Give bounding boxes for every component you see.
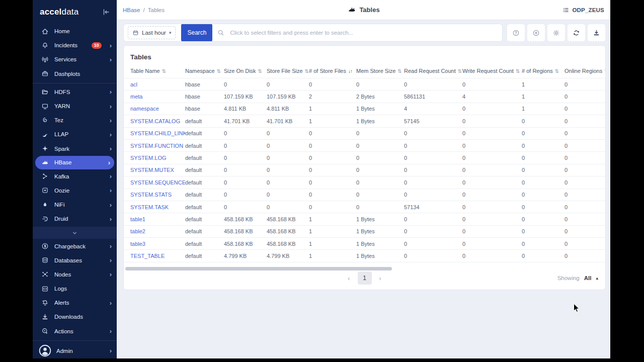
target-icon bbox=[41, 327, 49, 335]
cell: 0 bbox=[462, 115, 522, 127]
sidebar-item-druid[interactable]: Druid› bbox=[33, 212, 117, 226]
table-name-link[interactable]: table2 bbox=[130, 228, 145, 234]
sidebar-item-oozie[interactable]: Oozie› bbox=[33, 184, 117, 198]
monitor-icon bbox=[41, 103, 49, 110]
cell: 4.811 KB bbox=[267, 103, 309, 115]
column-header-of-store-files[interactable]: # of Store Files↓↑ bbox=[309, 65, 356, 78]
admin-avatar-icon bbox=[38, 344, 52, 357]
column-header-mem-store-size[interactable]: Mem Store Size⇅ bbox=[356, 65, 404, 78]
sidebar-collapse-icon[interactable] bbox=[102, 8, 110, 16]
sidebar-item-dashplots[interactable]: Dashplots bbox=[33, 67, 117, 81]
search-button[interactable]: Search bbox=[181, 24, 212, 42]
sidebar-item-incidents[interactable]: Incidents10› bbox=[33, 38, 117, 52]
cell-table-name: SYSTEM.STATS bbox=[124, 189, 185, 201]
sidebar-item-downloads[interactable]: Downloads bbox=[33, 310, 117, 324]
cell: 1 Bytes bbox=[356, 250, 404, 262]
table-name-link[interactable]: meta bbox=[130, 94, 142, 100]
sidebar-item-tez[interactable]: Tez› bbox=[33, 113, 117, 127]
sidebar-item-yarn[interactable]: YARN› bbox=[33, 99, 117, 113]
column-header-read-request-count[interactable]: Read Request Count⇅ bbox=[404, 65, 462, 78]
cell: 0 bbox=[356, 164, 404, 176]
table-name-link[interactable]: SYSTEM.TASK bbox=[130, 204, 169, 210]
sidebar-item-chargeback[interactable]: Chargeback› bbox=[33, 239, 117, 253]
sidebar-item-label: Chargeback bbox=[54, 243, 104, 249]
cell: 0 bbox=[522, 238, 565, 250]
help-button[interactable] bbox=[507, 24, 525, 42]
sort-icon: ⇅ bbox=[555, 68, 559, 74]
sidebar-item-actions[interactable]: Actions› bbox=[33, 324, 117, 338]
table-name-link[interactable]: acl bbox=[130, 81, 137, 87]
table-name-link[interactable]: SYSTEM.CHILD_LINK bbox=[130, 130, 185, 136]
cell: 0 bbox=[309, 176, 356, 189]
sidebar-item-alerts[interactable]: Alerts› bbox=[33, 296, 117, 310]
column-header-online-regions[interactable]: Online Regions⇅ bbox=[565, 65, 605, 78]
sidebar-item-databases[interactable]: Databases› bbox=[33, 253, 117, 267]
cell: 0 bbox=[267, 152, 309, 164]
column-header-table-name[interactable]: Table Name⇅ bbox=[124, 65, 185, 78]
sort-icon: ⇅ bbox=[604, 68, 605, 74]
cell: 0 bbox=[462, 78, 522, 90]
breadcrumb-hbase-link[interactable]: HBase bbox=[123, 7, 140, 13]
cell: 0 bbox=[522, 176, 565, 189]
main-area: HBase / Tables Tables ODP_ZEUS Last hour… bbox=[117, 0, 610, 358]
cell: 0 bbox=[462, 103, 522, 115]
table-name-link[interactable]: table1 bbox=[130, 216, 145, 222]
cell: 0 bbox=[522, 201, 565, 213]
sidebar-expander[interactable] bbox=[33, 227, 117, 239]
sidebar-item-hbase[interactable]: HBase› bbox=[35, 156, 114, 169]
table-name-link[interactable]: SYSTEM.SEQUENCE bbox=[130, 179, 185, 186]
sidebar-item-nodes[interactable]: Nodes› bbox=[33, 267, 117, 282]
filter-search-input[interactable] bbox=[229, 29, 497, 36]
column-header-of-regions[interactable]: # of Regions⇅ bbox=[522, 65, 565, 78]
sidebar-item-nifi[interactable]: NiFi› bbox=[33, 198, 117, 212]
column-header-size-on-disk[interactable]: Size On Disk⇅ bbox=[224, 65, 267, 78]
table-name-link[interactable]: namespace bbox=[130, 106, 159, 112]
add-button[interactable] bbox=[527, 24, 545, 42]
cell: 0 bbox=[404, 250, 462, 262]
cluster-selector[interactable]: ODP_ZEUS bbox=[562, 7, 604, 14]
prev-page-button[interactable]: ‹ bbox=[344, 275, 355, 282]
sidebar-item-hdfs[interactable]: HDFS› bbox=[33, 85, 117, 99]
cell: 5861131 bbox=[404, 90, 462, 103]
sidebar-item-llap[interactable]: LLAP› bbox=[33, 127, 117, 141]
cell: 4.811 KB bbox=[224, 103, 267, 115]
sidebar-item-services[interactable]: Services› bbox=[33, 52, 117, 66]
table-name-link[interactable]: SYSTEM.LOG bbox=[130, 155, 167, 161]
table-name-link[interactable]: TEST_TABLE bbox=[130, 253, 165, 259]
table-row: SYSTEM.LOGdefault00000000 bbox=[124, 152, 605, 164]
table-name-link[interactable]: SYSTEM.FUNCTION bbox=[130, 143, 183, 149]
download-button[interactable] bbox=[587, 24, 606, 42]
table-name-link[interactable]: SYSTEM.MUTEX bbox=[130, 167, 174, 173]
chevron-right-icon: › bbox=[110, 145, 112, 152]
time-range-picker[interactable]: Last hour ▾ bbox=[128, 26, 176, 39]
sort-icon: ⇅ bbox=[217, 68, 221, 74]
table-name-link[interactable]: table3 bbox=[130, 241, 145, 247]
next-page-button[interactable]: › bbox=[375, 275, 386, 282]
orca-icon bbox=[41, 159, 49, 166]
sidebar-item-spark[interactable]: Spark› bbox=[33, 142, 117, 156]
table-row: table1default458.168 KB458.168 KB11 Byte… bbox=[124, 213, 605, 225]
sidebar-item-home[interactable]: Home bbox=[33, 24, 117, 38]
cell: default bbox=[185, 201, 224, 213]
nodes-icon bbox=[41, 270, 49, 278]
folder-icon bbox=[41, 88, 49, 96]
cell: default bbox=[185, 225, 224, 237]
table-name-link[interactable]: SYSTEM.CATALOG bbox=[130, 118, 180, 124]
cell-table-name: SYSTEM.CATALOG bbox=[124, 115, 185, 127]
column-header-write-request-count[interactable]: Write Request Count⇅ bbox=[462, 65, 522, 78]
search-icon bbox=[217, 29, 224, 36]
page-size-selector[interactable]: Showing All ▴ bbox=[557, 275, 598, 281]
page-number[interactable]: 1 bbox=[358, 272, 372, 285]
table-name-link[interactable]: SYSTEM.STATS bbox=[130, 192, 172, 198]
sidebar-item-logs[interactable]: Logs bbox=[33, 282, 117, 296]
sidebar-item-label: Tez bbox=[54, 117, 104, 123]
settings-button[interactable] bbox=[547, 24, 566, 42]
cell: 0 bbox=[224, 189, 267, 201]
refresh-button[interactable] bbox=[567, 24, 586, 42]
column-label: Size On Disk bbox=[224, 68, 256, 74]
sidebar-item-admin[interactable]: Admin› bbox=[33, 342, 117, 358]
column-header-namespace[interactable]: Namespace⇅ bbox=[185, 65, 224, 78]
cell-table-name: SYSTEM.MUTEX bbox=[124, 164, 185, 176]
sidebar-item-kafka[interactable]: Kafka› bbox=[33, 169, 117, 184]
column-header-store-file-size[interactable]: Store File Size⇅ bbox=[267, 65, 309, 78]
